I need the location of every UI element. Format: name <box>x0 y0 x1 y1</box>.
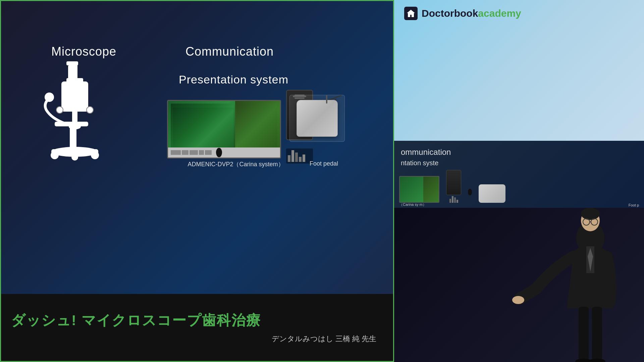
bar-5 <box>205 150 212 155</box>
svg-rect-2 <box>66 61 78 65</box>
admenic-device <box>167 100 281 159</box>
svg-point-11 <box>51 151 59 159</box>
svg-point-29 <box>589 359 605 362</box>
logo-text-main: Doctorbook <box>422 8 478 19</box>
small-device <box>216 148 222 157</box>
bar-4 <box>199 150 204 155</box>
doctorbook-logo: Doctorbookacademy <box>404 7 521 20</box>
p-bar-1 <box>449 199 451 203</box>
svg-rect-4 <box>61 81 88 112</box>
logo-area: Doctorbookacademy <box>394 0 644 141</box>
microscope-icon <box>35 58 118 162</box>
logo-icon <box>404 7 418 20</box>
presenter-slide-preview: ommunication ntation syste <box>394 141 644 208</box>
presenter-person <box>394 208 644 362</box>
heading-microscope: Microscope <box>51 45 116 59</box>
logo-text-colored: academy <box>478 8 521 19</box>
svg-point-19 <box>581 208 600 220</box>
preview-pedal <box>479 184 505 203</box>
preview-screen-left <box>400 177 423 202</box>
japanese-title: ダッシュ! マイクロスコープ歯科治療 <box>11 311 383 330</box>
svg-point-16 <box>45 93 54 102</box>
presenter-name: デンタルみつはし 三橋 純 先生 <box>11 334 383 344</box>
svg-rect-3 <box>68 65 72 79</box>
svg-rect-26 <box>579 307 589 360</box>
footpedal-label: Foot pedal <box>310 160 338 167</box>
house-icon <box>406 9 416 18</box>
preview-screen-right <box>423 177 439 202</box>
heading-communication: Communication <box>185 45 274 59</box>
p-bar-2 <box>452 196 453 203</box>
preview-communication-text: ommunication <box>401 147 451 157</box>
slide-area: Microscope Communication Presentation sy… <box>0 0 394 362</box>
foot-pedal-box <box>289 95 345 142</box>
bar-2 <box>182 150 189 155</box>
foot-pedal-container <box>289 95 345 142</box>
preview-tower-group <box>446 170 461 203</box>
preview-chart <box>449 196 458 203</box>
slide-bottom-bar: ダッシュ! マイクロスコープ歯科治療 デンタルみつはし 三橋 純 先生 <box>1 294 393 361</box>
slide-content: Microscope Communication Presentation sy… <box>1 1 393 294</box>
foot-pedal-device <box>297 100 338 137</box>
svg-point-12 <box>71 154 78 161</box>
main-container: Microscope Communication Presentation sy… <box>0 0 644 362</box>
bar-1 <box>171 150 181 155</box>
preview-oval <box>468 189 472 195</box>
preview-devices <box>399 170 639 203</box>
preview-monitor-small <box>399 176 439 203</box>
presenter-silhouette <box>483 208 644 362</box>
bar-3 <box>190 150 198 155</box>
logo-text: Doctorbookacademy <box>422 8 521 19</box>
heading-presentation: Presentation system <box>179 73 288 86</box>
right-panel: Doctorbookacademy ommunication ntation s… <box>394 0 644 362</box>
preview-label-carina: （Carina sy m） <box>399 202 426 207</box>
svg-point-25 <box>512 296 524 304</box>
svg-point-15 <box>87 107 93 113</box>
p-bar-4 <box>457 200 458 203</box>
monitor-bottom-bar <box>168 147 280 158</box>
admenic-label: ADMENIC-DVP2（Carina system） <box>165 160 306 168</box>
preview-label-foot: Foot p <box>629 203 639 207</box>
device-monitor <box>167 100 281 159</box>
svg-rect-27 <box>592 307 602 360</box>
svg-point-13 <box>91 151 99 159</box>
svg-point-14 <box>56 107 63 113</box>
preview-presentation-text: ntation syste <box>401 159 438 167</box>
preview-tower <box>446 170 461 195</box>
p-bar-3 <box>454 197 456 203</box>
presenter-video: ommunication ntation syste <box>394 141 644 362</box>
